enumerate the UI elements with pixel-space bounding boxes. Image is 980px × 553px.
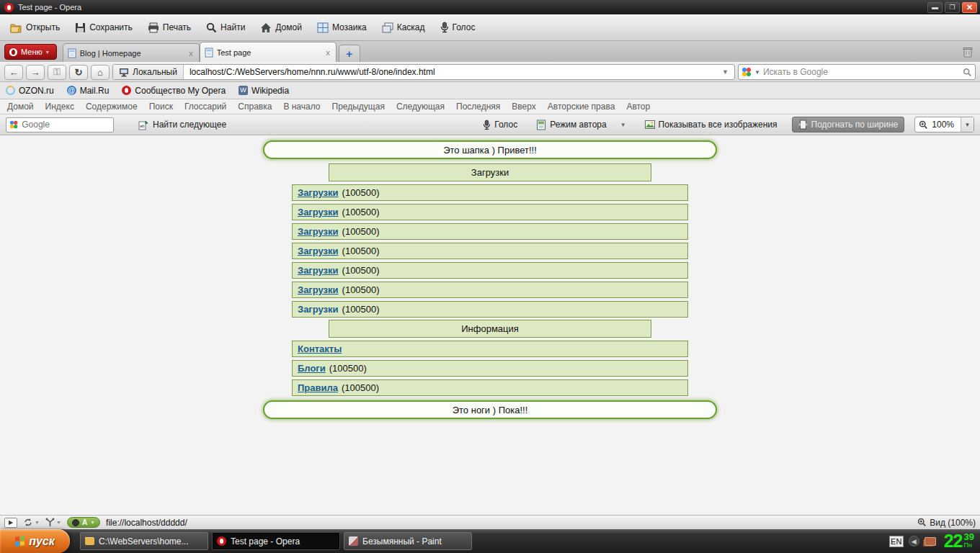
nav-next[interactable]: Следующая <box>396 102 445 112</box>
show-images-button[interactable]: Показывать все изображения <box>641 117 782 132</box>
voice-button[interactable]: Голос <box>436 19 482 36</box>
tab-blog-homepage[interactable]: Blog | Homepage x <box>63 43 200 62</box>
nav-search[interactable]: Поиск <box>149 102 173 112</box>
voice-toolbar-button[interactable]: Голос <box>478 117 522 132</box>
downloads-link[interactable]: Загрузки <box>298 207 339 217</box>
open-button[interactable]: Открыть <box>6 19 66 36</box>
tab-test-page[interactable]: Test page x <box>200 42 337 62</box>
web-search-field[interactable]: ▼ Искать в Google <box>738 64 976 80</box>
find-search-box[interactable] <box>6 117 114 132</box>
blogs-link[interactable]: Блоги <box>298 363 326 374</box>
nav-contents[interactable]: Содержимое <box>86 102 138 112</box>
sync-button[interactable]: ▼ <box>23 518 40 527</box>
find-next-button[interactable]: ab Найти следующее <box>134 117 231 132</box>
view-zoom-control[interactable]: Вид (100%) <box>917 518 976 528</box>
nav-index[interactable]: Индекс <box>45 102 74 112</box>
save-button[interactable]: Сохранить <box>71 19 139 36</box>
system-tray: EN ◀ 22 39 Пн <box>883 532 980 550</box>
url-dropdown-icon[interactable]: ▼ <box>716 68 734 76</box>
language-indicator[interactable]: EN <box>889 536 904 547</box>
nav-up[interactable]: Вверх <box>512 102 535 112</box>
closed-tabs-trash-button[interactable] <box>963 46 973 59</box>
opera-turbo-badge[interactable]: A ▼ <box>67 517 100 528</box>
panels-toggle-button[interactable]: ▶ <box>4 518 17 528</box>
minimize-button[interactable]: ▬ <box>927 2 943 13</box>
home-nav-button[interactable]: ⌂ <box>91 65 110 80</box>
search-placeholder[interactable]: Искать в Google <box>763 67 960 77</box>
zoom-value: 100% <box>932 120 957 130</box>
downloads-link[interactable]: Загрузки <box>298 265 339 276</box>
bookmark-ozon[interactable]: OZON.ru <box>6 86 54 96</box>
contacts-link[interactable]: Контакты <box>298 343 342 354</box>
task-explorer[interactable]: C:\WebServers\home... <box>80 532 208 550</box>
downloads-link[interactable]: Загрузки <box>298 246 339 256</box>
nav-copyright[interactable]: Авторские права <box>548 102 615 112</box>
author-mode-icon <box>536 120 546 130</box>
rewind-key-button[interactable]: ⚿ <box>48 65 66 80</box>
url-field[interactable]: Локальный localhost/C:/WebServers/home/n… <box>112 64 735 80</box>
forward-button[interactable]: → <box>26 65 45 80</box>
chevron-down-icon: ▼ <box>90 520 95 525</box>
start-button[interactable]: пуск <box>0 529 70 553</box>
author-mode-dropdown[interactable]: Режим автора ▼ <box>532 117 630 132</box>
tray-clock[interactable]: 22 39 Пн <box>944 532 974 550</box>
tab-close-icon[interactable]: x <box>324 48 331 57</box>
search-magnifier-icon[interactable] <box>963 68 972 77</box>
nav-glossary[interactable]: Глоссарий <box>184 102 226 112</box>
open-label: Открыть <box>26 22 60 32</box>
nav-first[interactable]: В начало <box>283 102 320 112</box>
page-icon <box>68 48 76 58</box>
back-button[interactable]: ← <box>4 65 23 80</box>
reload-button[interactable]: ↻ <box>69 65 88 80</box>
status-link-url: file://localhost/ddddd/ <box>106 518 187 528</box>
start-label: пуск <box>29 535 55 548</box>
bookmark-wikipedia[interactable]: W Wikipedia <box>239 86 289 96</box>
zoom-dropdown-button[interactable]: ▼ <box>961 117 974 132</box>
bookmark-myopera[interactable]: Сообщество My Opera <box>122 86 226 96</box>
list-item: Загрузки(100500) <box>292 262 688 279</box>
cascade-button[interactable]: Каскад <box>378 19 432 36</box>
downloads-link[interactable]: Загрузки <box>298 187 339 198</box>
downloads-link[interactable]: Загрузки <box>298 226 339 237</box>
windows-taskbar: пуск C:\WebServers\home... Test page - O… <box>0 529 980 553</box>
search-engine-dropdown-icon[interactable]: ▼ <box>754 69 760 76</box>
url-text[interactable]: localhost/C:/WebServers/home/nnn.ru/www/… <box>184 67 716 77</box>
tab-title: Blog | Homepage <box>80 49 184 58</box>
print-button[interactable]: Печать <box>143 19 197 36</box>
task-title: Безымянный - Paint <box>362 536 442 547</box>
new-tab-button[interactable]: + <box>339 45 360 62</box>
unite-icon <box>45 518 55 527</box>
local-site-badge[interactable]: Локальный <box>113 65 184 79</box>
list-item: Контакты <box>292 341 688 357</box>
tab-close-icon[interactable]: x <box>187 49 195 58</box>
nav-author[interactable]: Автор <box>626 102 650 112</box>
nav-home[interactable]: Домой <box>7 102 34 112</box>
nav-previous[interactable]: Предыдущая <box>332 102 385 112</box>
list-item: Правила(100500) <box>292 379 688 396</box>
unite-button[interactable]: ▼ <box>45 518 61 527</box>
close-button[interactable]: ✕ <box>962 2 977 13</box>
opera-menu-button[interactable]: Меню ▾ <box>4 44 57 60</box>
magnifier-icon <box>206 22 217 33</box>
list-item: Загрузки(100500) <box>292 184 688 201</box>
restore-button[interactable]: ❐ <box>945 2 960 13</box>
nav-last[interactable]: Последняя <box>456 102 500 112</box>
count-label: (100500) <box>342 246 380 256</box>
rules-link[interactable]: Правила <box>298 382 338 393</box>
tile-button[interactable]: Мозаика <box>313 19 373 36</box>
task-paint[interactable]: Безымянный - Paint <box>344 532 472 550</box>
downloads-link[interactable]: Загрузки <box>298 304 339 315</box>
nav-help[interactable]: Справка <box>238 102 272 112</box>
find-input[interactable] <box>22 120 110 130</box>
tray-collapse-button[interactable]: ◀ <box>909 536 919 547</box>
find-button[interactable]: Найти <box>202 19 251 36</box>
task-opera[interactable]: Test page - Opera <box>212 532 340 550</box>
network-monitors-icon[interactable] <box>925 537 936 546</box>
fit-to-width-toggle[interactable]: Подогнать по ширине <box>792 117 905 132</box>
downloads-link[interactable]: Загрузки <box>298 284 339 295</box>
home-button[interactable]: Домой <box>256 19 308 36</box>
zoom-control[interactable]: 100% ▼ <box>914 117 974 132</box>
bookmark-mailru[interactable]: @ Mail.Ru <box>67 86 110 96</box>
count-label: (100500) <box>342 382 379 393</box>
save-label: Сохранить <box>89 22 133 32</box>
